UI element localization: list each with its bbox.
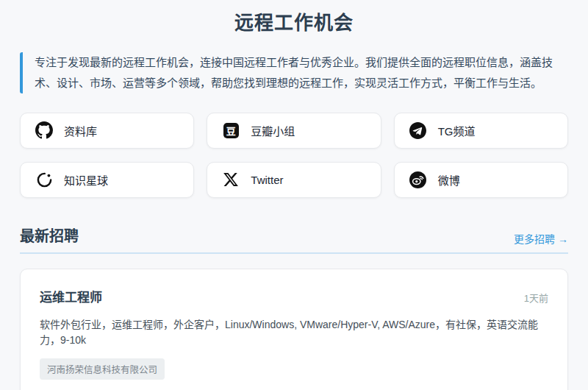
page-container: 远程工作机会 专注于发现最新的远程工作机会，连接中国远程工作者与优秀企业。我们提… — [0, 0, 588, 390]
link-label: Twitter — [251, 174, 283, 186]
more-jobs-link[interactable]: 更多招聘 → — [514, 231, 568, 246]
link-card-github[interactable]: 资料库 — [20, 113, 194, 149]
job-description: 软件外包行业，运维工程师，外企客户，Linux/Windows, VMware/… — [40, 317, 548, 348]
twitter-x-icon — [222, 171, 240, 188]
github-icon — [35, 121, 53, 139]
intro-text: 专注于发现最新的远程工作机会，连接中国远程工作者与优秀企业。我们提供全面的远程职… — [20, 52, 568, 93]
job-title[interactable]: 运维工程师 — [40, 287, 102, 305]
jobs-section-title: 最新招聘 — [20, 224, 79, 246]
zsxq-icon — [35, 171, 53, 188]
job-date: 1天前 — [524, 291, 548, 305]
link-label: 微博 — [438, 172, 460, 188]
link-card-zsxq[interactable]: 知识星球 — [20, 162, 194, 198]
weibo-icon — [409, 171, 427, 188]
telegram-icon — [409, 121, 427, 139]
link-card-douban[interactable]: 豆 豆瓣小组 — [207, 113, 381, 149]
job-head: 运维工程师 1天前 — [40, 287, 548, 305]
link-card-twitter[interactable]: Twitter — [207, 162, 381, 198]
job-list: 运维工程师 1天前 软件外包行业，运维工程师，外企客户，Linux/Window… — [20, 269, 568, 390]
job-card[interactable]: 运维工程师 1天前 软件外包行业，运维工程师，外企客户，Linux/Window… — [20, 269, 568, 390]
links-grid: 资料库 豆 豆瓣小组 TG频道 知识星球 — [20, 113, 568, 198]
douban-icon: 豆 — [222, 121, 240, 139]
jobs-section-header: 最新招聘 更多招聘 → — [20, 224, 568, 254]
job-company-tag: 河南扬荣信息科技有限公司 — [40, 358, 165, 380]
link-label: 资料库 — [64, 123, 97, 138]
link-card-weibo[interactable]: 微博 — [394, 162, 568, 198]
link-label: TG频道 — [438, 123, 476, 138]
link-label: 豆瓣小组 — [251, 123, 295, 138]
link-card-telegram[interactable]: TG频道 — [394, 113, 568, 149]
page-title: 远程工作机会 — [20, 0, 568, 35]
link-label: 知识星球 — [64, 172, 108, 188]
